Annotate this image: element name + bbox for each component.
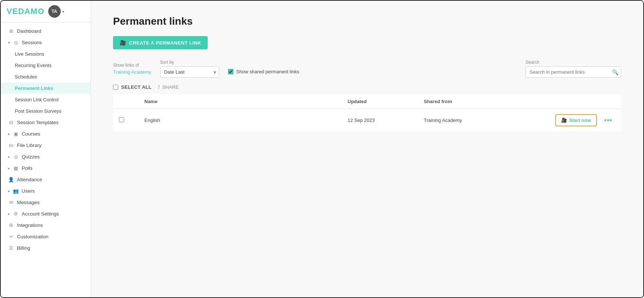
sidebar-item-integrations[interactable]: ⚙ Integrations <box>1 220 91 231</box>
table-row: English 12 Sep 2023 Training Academy 🎥 S… <box>113 109 621 132</box>
sidebar-item-sessions[interactable]: ▾ ◎ Sessions <box>1 37 91 48</box>
ellipsis-icon: ••• <box>604 116 612 124</box>
create-button-label: CREATE A PERMANENT LINK <box>129 40 201 46</box>
row-select-checkbox[interactable] <box>119 117 124 122</box>
sidebar-item-label: Sessions <box>22 40 42 45</box>
sidebar-item-post-session-surveys[interactable]: Post Session Surveys <box>1 105 91 117</box>
sidebar-item-users[interactable]: ▸ 👥 Users <box>1 185 91 197</box>
video-camera-icon: 🎥 <box>561 118 567 123</box>
polls-icon: ▦ <box>13 165 19 171</box>
link-shared-from: Training Academy <box>424 118 462 123</box>
start-now-label: Start now <box>569 118 591 123</box>
sidebar-item-label: Dashboard <box>17 28 41 34</box>
sidebar-item-dashboard[interactable]: ⊞ Dashboard <box>1 25 91 37</box>
sidebar-item-label: Integrations <box>17 222 43 228</box>
sidebar: VEDAMO TA ▾ ⊞ Dashboard ▾ ◎ Sessions Liv… <box>1 1 91 297</box>
sidebar-item-file-library[interactable]: 🗁 File Library <box>1 140 91 151</box>
sidebar-item-label: Attendance <box>17 177 42 182</box>
row-checkbox-cell <box>113 109 138 132</box>
sidebar-item-courses[interactable]: ▸ ▣ Courses <box>1 128 91 140</box>
sessions-icon: ◎ <box>13 40 19 45</box>
main-content-area: Permanent links 🎥 CREATE A PERMANENT LIN… <box>91 1 643 297</box>
search-button[interactable]: 🔍 <box>612 69 618 75</box>
sidebar-item-label: Polls <box>22 165 32 171</box>
expand-arrow-icon: ▸ <box>8 155 10 159</box>
sidebar-item-label: Courses <box>22 131 40 137</box>
account-settings-icon: ⚙ <box>13 211 19 217</box>
sidebar-item-label: Session Link Control <box>15 97 59 102</box>
sidebar-item-session-link-control[interactable]: Session Link Control <box>1 94 91 105</box>
col-header-checkbox <box>113 94 138 109</box>
sidebar-item-label: Quizzes <box>22 154 40 159</box>
sidebar-item-label: Post Session Surveys <box>15 108 61 114</box>
expand-arrow-icon: ▸ <box>8 212 10 216</box>
row-actions-cell: 🎥 Start now ••• <box>520 109 621 132</box>
page-title: Permanent links <box>113 15 621 27</box>
col-header-actions <box>520 94 621 109</box>
sidebar-item-live-sessions[interactable]: Live Sessions <box>1 48 91 60</box>
create-permanent-link-button[interactable]: 🎥 CREATE A PERMANENT LINK <box>113 36 208 49</box>
show-shared-label[interactable]: Show shared permanent links <box>236 69 299 74</box>
expand-arrow-icon: ▸ <box>8 132 10 136</box>
sidebar-item-messages[interactable]: ✉ Messages <box>1 197 91 208</box>
courses-icon: ▣ <box>13 131 19 137</box>
show-links-value[interactable]: Training Academy <box>113 69 151 75</box>
search-icon: 🔍 <box>612 69 618 75</box>
sidebar-item-session-templates[interactable]: ⊟ Session Templates <box>1 117 91 128</box>
sidebar-item-permanent-links[interactable]: Permanent Links <box>1 83 91 94</box>
account-avatar-dropdown[interactable]: TA ▾ <box>48 5 64 18</box>
link-updated: 12 Sep 2023 <box>348 118 375 123</box>
session-templates-icon: ⊟ <box>8 120 14 125</box>
search-input[interactable] <box>525 66 621 78</box>
expand-arrow-icon: ▾ <box>8 41 10 45</box>
sidebar-item-account-settings[interactable]: ▸ ⚙ Account Settings <box>1 208 91 220</box>
row-name-cell: English <box>138 109 342 132</box>
select-all-label[interactable]: SELECT ALL <box>121 84 152 90</box>
page-content: Permanent links 🎥 CREATE A PERMANENT LIN… <box>91 1 643 297</box>
permanent-links-table: Name Updated Shared from English <box>113 94 621 132</box>
sidebar-item-label: Account Settings <box>22 211 59 217</box>
sidebar-item-polls[interactable]: ▸ ▦ Polls <box>1 162 91 174</box>
logo: VEDAMO <box>7 7 45 16</box>
avatar: TA <box>48 5 61 18</box>
show-shared-checkbox[interactable] <box>228 69 233 74</box>
sidebar-nav: ⊞ Dashboard ▾ ◎ Sessions Live Sessions R… <box>1 22 91 297</box>
sidebar-item-attendance[interactable]: 👤 Attendance <box>1 174 91 185</box>
messages-icon: ✉ <box>8 200 14 205</box>
sidebar-item-label: File Library <box>17 143 42 148</box>
sidebar-item-billing[interactable]: ☰ Billing <box>1 242 91 254</box>
sidebar-item-recurring-events[interactable]: Recurring Events <box>1 60 91 71</box>
sidebar-header: VEDAMO TA ▾ <box>1 1 91 22</box>
row-shared-from-cell: Training Academy <box>418 109 520 132</box>
sidebar-item-label: Billing <box>17 245 30 251</box>
dashboard-icon: ⊞ <box>8 28 14 34</box>
expand-arrow-icon: ▸ <box>8 166 10 170</box>
sidebar-item-schedules[interactable]: Schedules <box>1 71 91 83</box>
sort-by-filter: Sort by Date Last Date First Name A-Z Na… <box>160 60 219 78</box>
sidebar-item-label: Messages <box>17 200 40 205</box>
expand-arrow-icon: ▸ <box>8 189 10 193</box>
sidebar-item-label: Live Sessions <box>15 51 44 57</box>
sort-select[interactable]: Date Last Date First Name A-Z Name Z-A <box>160 66 219 78</box>
share-icon: ⤴ <box>158 84 160 90</box>
show-links-label: Show links of <box>113 63 151 68</box>
file-library-icon: 🗁 <box>8 143 14 148</box>
start-now-button[interactable]: 🎥 Start now <box>555 114 597 126</box>
share-button[interactable]: ⤴ SHARE <box>158 84 179 90</box>
more-options-button[interactable]: ••• <box>601 115 615 126</box>
link-name: English <box>144 118 160 123</box>
table-body: English 12 Sep 2023 Training Academy 🎥 S… <box>113 109 621 132</box>
select-all-wrapper[interactable]: SELECT ALL <box>113 84 152 90</box>
sidebar-item-quizzes[interactable]: ▸ ◎ Quizzes <box>1 151 91 162</box>
chevron-down-icon: ▾ <box>62 10 64 14</box>
quizzes-icon: ◎ <box>13 154 19 159</box>
show-links-filter: Show links of Training Academy <box>113 63 151 75</box>
sidebar-item-customization[interactable]: ✂ Customization <box>1 231 91 242</box>
col-header-name: Name <box>138 94 342 109</box>
search-group: Search 🔍 <box>525 60 621 78</box>
select-all-checkbox[interactable] <box>113 85 118 90</box>
integrations-icon: ⚙ <box>8 222 14 228</box>
table-header: Name Updated Shared from <box>113 94 621 109</box>
filters-row: Show links of Training Academy Sort by D… <box>113 60 621 78</box>
video-camera-icon: 🎥 <box>120 40 126 46</box>
